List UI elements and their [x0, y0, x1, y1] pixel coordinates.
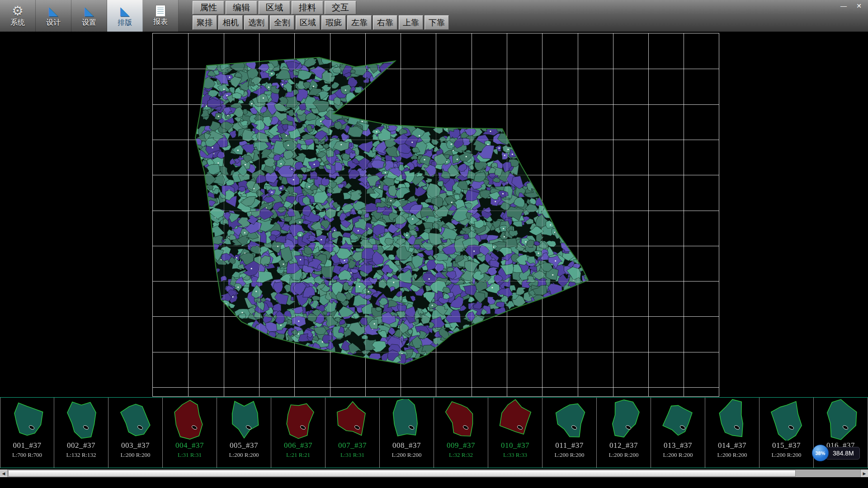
- piece-name: 013_#37: [664, 441, 692, 450]
- piece-thumbnail: [326, 399, 379, 441]
- menu-tab-2[interactable]: 区域: [259, 1, 290, 14]
- piece-cell-8[interactable]: 009_#37 L:32 R:32: [434, 398, 488, 468]
- tool-button-2[interactable]: 选割: [244, 15, 269, 30]
- tool-button-7[interactable]: 右靠: [373, 15, 397, 30]
- app-toolbar: 系统 设计 设置 排版 报表: [0, 0, 179, 32]
- window-controls: — ✕: [837, 1, 866, 11]
- minimize-button[interactable]: —: [837, 1, 850, 11]
- piece-thumbnail: [652, 399, 704, 441]
- memory-usage-badge: 384.8M: [826, 447, 860, 460]
- app-button-3[interactable]: 排版: [107, 0, 143, 32]
- gear-icon: [10, 4, 25, 18]
- piece-thumbnail: [1, 399, 53, 441]
- piece-thumbnail: [489, 399, 542, 441]
- piece-cell-1[interactable]: 002_#37 L:132 R:132: [54, 398, 108, 468]
- piece-counts: L:21 R:21: [286, 451, 310, 459]
- piece-counts: L:31 R:31: [178, 451, 202, 459]
- menu-tab-1[interactable]: 编辑: [226, 1, 257, 14]
- scroll-right-arrow-icon[interactable]: ▶: [860, 469, 868, 477]
- piece-cell-9[interactable]: 010_#37 L:33 R:33: [488, 398, 542, 468]
- piece-thumbnail: [272, 399, 325, 441]
- piece-name: 006_#37: [284, 441, 312, 450]
- tool-button-0[interactable]: 聚排: [193, 15, 217, 30]
- piece-counts: L:132 R:132: [66, 451, 96, 459]
- horizontal-scrollbar[interactable]: ◀ ▶: [0, 469, 868, 477]
- menu-tab-3[interactable]: 排料: [292, 1, 323, 14]
- tool-button-8[interactable]: 上靠: [399, 15, 423, 30]
- piece-counts: L:200 R:200: [771, 451, 801, 459]
- piece-name: 002_#37: [67, 441, 95, 450]
- piece-name: 005_#37: [230, 441, 258, 450]
- piece-name: 009_#37: [447, 441, 475, 450]
- app-button-1[interactable]: 设计: [36, 0, 71, 32]
- design-icon: [46, 4, 61, 18]
- settings-icon: [82, 4, 96, 18]
- piece-cell-12[interactable]: 013_#37 L:200 R:200: [651, 398, 705, 468]
- piece-cell-14[interactable]: 015_#37 L:200 R:200: [760, 398, 814, 468]
- piece-cell-11[interactable]: 012_#37 L:200 R:200: [597, 398, 651, 468]
- piece-cell-10[interactable]: 011_#37 L:200 R:200: [542, 398, 597, 468]
- piece-name: 010_#37: [501, 441, 529, 450]
- menu-tab-row: 属性编辑区域排料交互: [193, 1, 449, 14]
- piece-thumbnail: [815, 399, 867, 441]
- piece-name: 014_#37: [718, 441, 746, 450]
- piece-counts: L:200 R:200: [609, 451, 638, 459]
- piece-thumbnail: [435, 399, 487, 441]
- piece-counts: L:200 R:200: [229, 451, 259, 459]
- menu-area: 属性编辑区域排料交互 聚排相机选割全割区域瑕疵左靠右靠上靠下靠: [193, 0, 449, 30]
- menu-tab-0[interactable]: 属性: [193, 1, 224, 14]
- scroll-left-arrow-icon[interactable]: ◀: [0, 469, 8, 477]
- tool-button-1[interactable]: 相机: [218, 15, 243, 30]
- piece-name: 011_#37: [555, 441, 583, 450]
- report-icon: [156, 5, 165, 17]
- piece-cell-3[interactable]: 004_#37 L:31 R:31: [163, 398, 217, 468]
- piece-counts: L:31 R:31: [340, 451, 364, 459]
- menu-tab-4[interactable]: 交互: [325, 1, 356, 14]
- piece-cell-13[interactable]: 014_#37 L:200 R:200: [705, 398, 760, 468]
- piece-name: 004_#37: [175, 441, 204, 450]
- piece-cell-7[interactable]: 008_#37 L:200 R:200: [380, 398, 434, 468]
- piece-counts: L:200 R:200: [392, 451, 421, 459]
- piece-counts: L:200 R:200: [120, 451, 150, 459]
- piece-strip: 001_#37 L:700 R:700 002_#37 L:132 R:132 …: [0, 397, 868, 468]
- piece-thumbnail: [55, 399, 108, 441]
- nesting-viewport[interactable]: [152, 33, 719, 397]
- app-button-0[interactable]: 系统: [0, 0, 36, 32]
- piece-cell-5[interactable]: 006_#37 L:21 R:21: [271, 398, 326, 468]
- piece-counts: L:700 R:700: [12, 451, 42, 459]
- piece-name: 015_#37: [772, 441, 801, 450]
- app-button-4[interactable]: 报表: [143, 0, 179, 32]
- piece-thumbnail: [164, 399, 216, 441]
- piece-name: 003_#37: [121, 441, 150, 450]
- tool-button-9[interactable]: 下靠: [425, 15, 449, 30]
- piece-cell-2[interactable]: 003_#37 L:200 R:200: [108, 398, 163, 468]
- app-button-2[interactable]: 设置: [71, 0, 107, 32]
- piece-cell-6[interactable]: 007_#37 L:31 R:31: [326, 398, 380, 468]
- piece-thumbnail: [218, 399, 270, 441]
- piece-cell-4[interactable]: 005_#37 L:200 R:200: [217, 398, 271, 468]
- layout-icon: [118, 4, 132, 18]
- tool-button-5[interactable]: 瑕疵: [321, 15, 346, 30]
- piece-cell-0[interactable]: 001_#37 L:700 R:700: [0, 398, 54, 468]
- ribbon: 系统 设计 设置 排版 报表 属性编辑区域排料交互 聚排相机选割全割区域瑕疵左靠…: [0, 0, 868, 32]
- piece-name: 008_#37: [392, 441, 421, 450]
- piece-counts: L:33 R:33: [503, 451, 527, 459]
- piece-name: 001_#37: [13, 441, 42, 450]
- nesting-canvas[interactable]: [153, 33, 719, 396]
- app-window: 系统 设计 设置 排版 报表 属性编辑区域排料交互 聚排相机选割全割区域瑕疵左靠…: [0, 0, 868, 488]
- close-button[interactable]: ✕: [852, 1, 866, 11]
- piece-name: 007_#37: [338, 441, 367, 450]
- status-badge: 38% 384.8M: [812, 445, 860, 461]
- piece-counts: L:200 R:200: [554, 451, 584, 459]
- tool-button-3[interactable]: 全割: [270, 15, 294, 30]
- piece-counts: L:200 R:200: [663, 451, 693, 459]
- piece-thumbnail: [543, 399, 596, 441]
- usage-percent-badge: 38%: [812, 445, 829, 461]
- piece-thumbnail: [760, 399, 813, 441]
- scrollbar-thumb[interactable]: [8, 470, 796, 477]
- tool-button-row: 聚排相机选割全割区域瑕疵左靠右靠上靠下靠: [193, 15, 449, 30]
- tool-button-4[interactable]: 区域: [296, 15, 320, 30]
- piece-thumbnail: [598, 399, 650, 441]
- piece-thumbnail: [706, 399, 759, 441]
- tool-button-6[interactable]: 左靠: [347, 15, 372, 30]
